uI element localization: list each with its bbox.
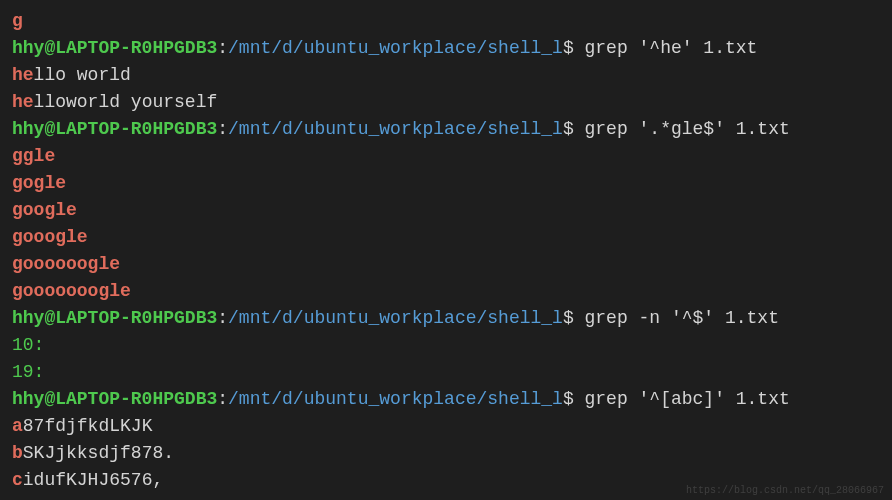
grep-match: google <box>12 200 77 220</box>
watermark: https://blog.csdn.net/qq_28066967 <box>686 483 884 498</box>
command-text: grep '^he' 1.txt <box>585 38 758 58</box>
grep-match: gooogle <box>12 227 88 247</box>
grep-match: c <box>12 470 23 490</box>
user-host: hhy@LAPTOP-R0HPGDB3 <box>12 38 217 58</box>
output-line: google <box>12 197 880 224</box>
grep-match: he <box>12 65 34 85</box>
truncated-line: g <box>12 8 880 35</box>
user-host: hhy@LAPTOP-R0HPGDB3 <box>12 308 217 328</box>
grep-match: he <box>12 92 34 112</box>
prompt-line[interactable]: hhy@LAPTOP-R0HPGDB3:/mnt/d/ubuntu_workpl… <box>12 35 880 62</box>
command-text: grep -n '^$' 1.txt <box>585 308 779 328</box>
cwd-path: /mnt/d/ubuntu_workplace/shell_l <box>228 38 563 58</box>
line-number: 19: <box>12 362 44 382</box>
user-host: hhy@LAPTOP-R0HPGDB3 <box>12 119 217 139</box>
grep-match: ggle <box>12 146 55 166</box>
user-host: hhy@LAPTOP-R0HPGDB3 <box>12 389 217 409</box>
output-line: ggle <box>12 143 880 170</box>
command-text: grep '^[abc]' 1.txt <box>585 389 790 409</box>
grep-match: gogle <box>12 173 66 193</box>
output-line: gogle <box>12 170 880 197</box>
cwd-path: /mnt/d/ubuntu_workplace/shell_l <box>228 308 563 328</box>
line-number: 10: <box>12 335 44 355</box>
grep-match: goooooogle <box>12 254 120 274</box>
output-line: gooogle <box>12 224 880 251</box>
output-line: hello world <box>12 62 880 89</box>
prompt-line[interactable]: hhy@LAPTOP-R0HPGDB3:/mnt/d/ubuntu_workpl… <box>12 386 880 413</box>
output-line: a87fdjfkdLKJK <box>12 413 880 440</box>
output-line: gooooooogle <box>12 278 880 305</box>
command-text: grep '.*gle$' 1.txt <box>585 119 790 139</box>
output-line: 19: <box>12 359 880 386</box>
output-line: goooooogle <box>12 251 880 278</box>
output-line: 10: <box>12 332 880 359</box>
output-line: helloworld yourself <box>12 89 880 116</box>
output-line: bSKJjkksdjf878. <box>12 440 880 467</box>
grep-match: gooooooogle <box>12 281 131 301</box>
grep-match: a <box>12 416 23 436</box>
prompt-line[interactable]: hhy@LAPTOP-R0HPGDB3:/mnt/d/ubuntu_workpl… <box>12 305 880 332</box>
cwd-path: /mnt/d/ubuntu_workplace/shell_l <box>228 389 563 409</box>
cwd-path: /mnt/d/ubuntu_workplace/shell_l <box>228 119 563 139</box>
grep-match: b <box>12 443 23 463</box>
prompt-line[interactable]: hhy@LAPTOP-R0HPGDB3:/mnt/d/ubuntu_workpl… <box>12 116 880 143</box>
